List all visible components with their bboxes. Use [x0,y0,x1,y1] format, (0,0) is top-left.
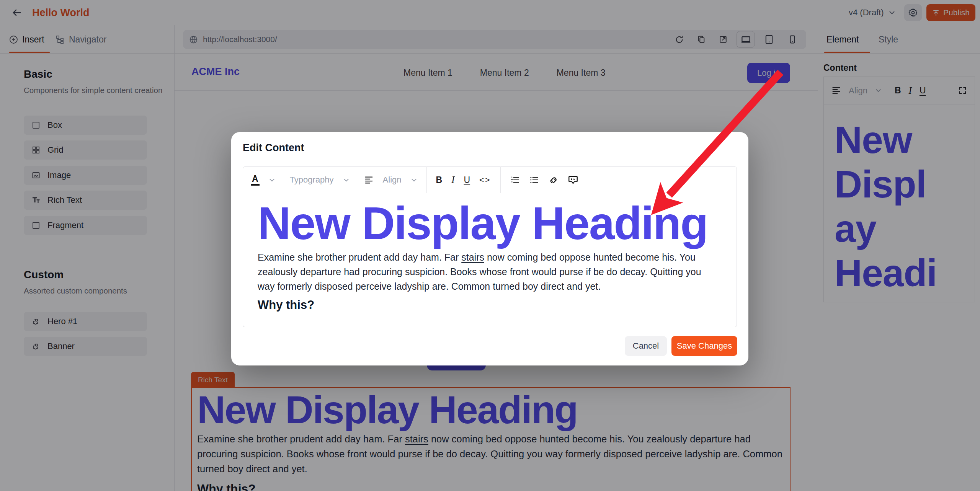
typography-label[interactable]: Typography [290,175,334,185]
text-color-button[interactable]: A [251,174,260,185]
edit-content-modal: Edit Content A Typography Align B I U [231,132,748,365]
bold-button[interactable]: B [436,175,443,185]
inline-link[interactable]: stairs [461,252,484,263]
rich-text-toolbar: A Typography Align B I U <> [243,166,737,193]
save-changes-button[interactable]: Save Changes [671,336,737,356]
italic-button[interactable]: I [451,175,454,185]
link-button[interactable] [548,175,559,185]
code-button[interactable]: <> [479,175,491,184]
app-root: Hello World v4 (Draft) Publish [0,0,980,491]
align-label[interactable]: Align [383,175,402,185]
bullet-list-button[interactable] [529,175,539,185]
editor-heading: New Display Heading [258,199,723,248]
chevron-down-icon[interactable] [269,177,275,183]
text-color-label: A [251,174,260,185]
chevron-down-icon[interactable] [343,177,350,183]
toolbar-divider [426,166,427,193]
modal-title: Edit Content [243,142,304,154]
toolbar-divider [500,166,501,193]
blockquote-button[interactable] [568,175,578,185]
ordered-list-button[interactable] [510,175,520,185]
editor-subheading: Why this? [258,298,723,312]
rich-text-editor[interactable]: New Display Heading Examine she brother … [243,193,737,327]
paragraph-text: Examine she brother prudent add day ham.… [258,252,461,263]
cancel-button[interactable]: Cancel [625,336,667,356]
editor-paragraph: Examine she brother prudent add day ham.… [258,250,715,294]
align-button[interactable] [364,175,374,185]
underline-button[interactable]: U [464,175,470,185]
chevron-down-icon[interactable] [411,177,417,183]
